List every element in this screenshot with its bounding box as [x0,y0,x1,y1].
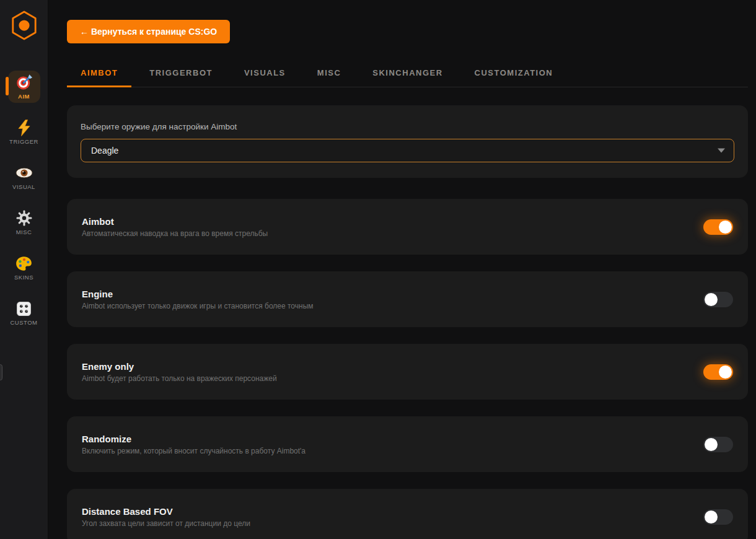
setting-description: Aimbot использует только движок игры и с… [82,302,314,310]
setting-description: Автоматическая наводка на врага во время… [82,229,268,238]
setting-text: Distance Based FOV Угол захвата цели зав… [82,506,250,528]
setting-card-engine: Engine Aimbot использует только движок и… [67,271,748,327]
app-logo [9,10,39,43]
enemy-only-toggle[interactable] [703,364,733,380]
setting-text: Randomize Включить режим, который вносит… [82,434,305,455]
weapon-select-label: Выберите оружие для настройки Aimbot [81,122,734,131]
main-content: ← Вернуться к странице CS:GO AIMBOT TRIG… [48,0,756,539]
tab-triggerbot[interactable]: TRIGGERBOT [136,62,226,87]
setting-title: Aimbot [82,216,268,227]
setting-title: Enemy only [82,361,277,372]
setting-title: Randomize [82,434,305,444]
setting-card-aimbot: Aimbot Автоматическая наводка на врага в… [67,199,748,255]
sidebar-item-label: SKINS [14,274,33,281]
scrollbar-handle[interactable] [0,364,2,380]
back-to-csgo-button[interactable]: ← Вернуться к странице CS:GO [67,20,230,43]
sidebar: AIM TRIGGER [0,0,48,539]
tab-aimbot[interactable]: AIMBOT [67,62,131,87]
sidebar-nav: AIM TRIGGER [8,71,40,329]
toggle-knob [719,221,732,234]
sidebar-item-label: TRIGGER [9,138,38,145]
setting-description: Угол захвата цели зависит от дистанции д… [82,519,250,528]
weapon-select-value: Deagle [91,146,118,156]
sidebar-item-misc[interactable]: MISC [8,209,40,239]
active-item-indicator [6,77,9,95]
sidebar-item-label: AIM [18,93,30,100]
toggle-knob [705,293,718,306]
weapon-select-dropdown[interactable]: Deagle [81,139,734,162]
tab-visuals[interactable]: VISUALS [231,62,299,87]
sidebar-item-label: VISUAL [12,183,35,190]
tab-misc[interactable]: MISC [304,62,355,87]
distance-based-fov-toggle[interactable] [703,509,733,525]
sidebar-item-custom[interactable]: CUSTOM [8,299,40,329]
gear-icon [16,209,32,227]
aimbot-toggle[interactable] [703,219,733,235]
setting-text: Aimbot Автоматическая наводка на врага в… [82,216,268,238]
tab-bar: AIMBOT TRIGGERBOT VISUALS MISC SKINCHANG… [67,62,748,87]
hexagon-logo-icon [10,9,38,44]
setting-description: Включить режим, который вносит случайнос… [82,447,305,455]
toggle-knob [705,438,718,451]
sidebar-item-label: CUSTOM [11,319,38,326]
sidebar-item-skins[interactable]: SKINS [8,254,40,284]
sidebar-item-aim[interactable]: AIM [8,71,40,103]
lightning-icon [17,118,32,137]
tab-customization[interactable]: CUSTOMIZATION [461,62,567,87]
sidebar-item-visual[interactable]: VISUAL [8,164,40,193]
setting-card-distance-based-fov: Distance Based FOV Угол захвата цели зав… [67,489,748,539]
eye-icon [15,164,33,182]
palette-icon [15,254,32,273]
setting-description: Aimbot будет работать только на вражески… [82,374,277,383]
app-window: AIM TRIGGER [0,0,756,539]
setting-title: Distance Based FOV [82,506,250,517]
sidebar-item-trigger[interactable]: TRIGGER [8,118,40,148]
setting-card-randomize: Randomize Включить режим, который вносит… [67,416,748,472]
setting-title: Engine [82,289,314,299]
tab-skinchanger[interactable]: SKINCHANGER [359,62,456,87]
sidebar-item-label: MISC [16,229,32,235]
dice-icon [16,299,32,318]
toggle-knob [719,366,732,379]
setting-card-enemy-only: Enemy only Aimbot будет работать только … [67,344,748,400]
toggle-knob [705,511,718,524]
target-icon [15,73,33,92]
chevron-down-icon [718,149,725,153]
engine-toggle[interactable] [703,292,733,307]
weapon-select-card: Выберите оружие для настройки Aimbot Dea… [67,105,748,178]
setting-text: Enemy only Aimbot будет работать только … [82,361,277,383]
randomize-toggle[interactable] [703,437,733,452]
setting-text: Engine Aimbot использует только движок и… [82,289,314,310]
